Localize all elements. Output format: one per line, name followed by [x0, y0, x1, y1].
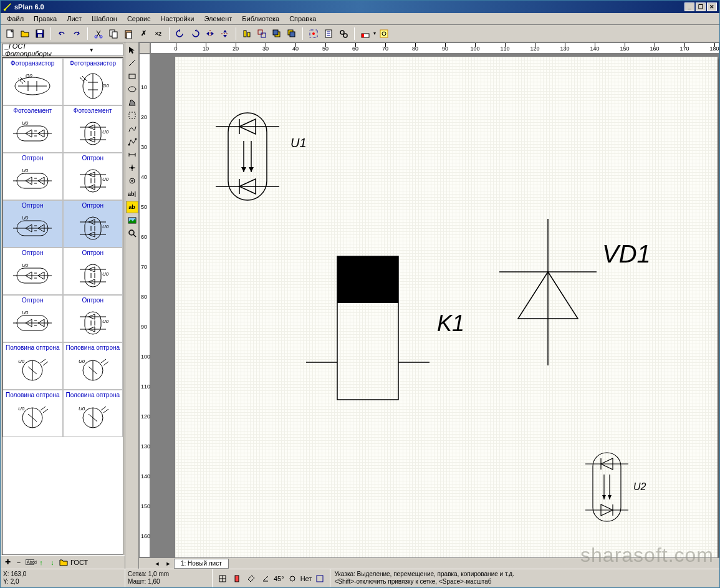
library-item[interactable]: ОптронU0	[63, 200, 123, 248]
snap-icon[interactable]	[307, 27, 320, 41]
library-item-label: Половина оптрона	[6, 344, 60, 353]
menu-file[interactable]: Файл	[2, 14, 29, 24]
lib-up-icon[interactable]: ↑	[37, 559, 46, 566]
rubber-toggle-icon[interactable]	[245, 572, 257, 585]
library-item[interactable]: ОптронU0	[2, 153, 63, 200]
rect-tool-icon[interactable]	[126, 70, 138, 82]
menu-service[interactable]: Сервис	[122, 14, 156, 24]
library-item[interactable]: Половина оптронаU0	[2, 342, 63, 390]
search-icon[interactable]	[337, 27, 350, 41]
close-button[interactable]: ✕	[707, 2, 717, 11]
snap-mode-icon[interactable]	[286, 572, 299, 585]
lib-add-icon[interactable]: ✚	[3, 558, 12, 566]
to-back-icon[interactable]	[285, 27, 299, 41]
duplicate-icon[interactable]: ×2	[151, 27, 165, 41]
menu-sheet[interactable]: Лист	[62, 14, 87, 24]
info-icon[interactable]	[314, 572, 326, 585]
library-item[interactable]: ФотоэлементU0	[63, 105, 123, 153]
maximize-button[interactable]: ❐	[696, 2, 706, 11]
node-tool-icon[interactable]	[126, 161, 138, 174]
app-icon	[3, 2, 12, 11]
group-icon[interactable]	[255, 27, 269, 41]
library-item-label: Оптрон	[82, 202, 103, 211]
library-item[interactable]: ФотоэлементU0	[2, 105, 63, 153]
new-file-icon[interactable]	[3, 27, 17, 41]
library-category-select[interactable]: _ГОСТ Фотоприборы ▼	[2, 44, 123, 56]
save-file-icon[interactable]	[33, 27, 47, 41]
menu-element[interactable]: Элемент	[199, 14, 237, 24]
canvas-viewport[interactable]: U1 K1	[150, 54, 719, 557]
grid-toggle-icon[interactable]	[216, 572, 229, 585]
redo-icon[interactable]	[70, 27, 84, 41]
tab-prev-icon[interactable]: ◄	[151, 561, 163, 567]
zoom-tool-icon[interactable]	[126, 227, 138, 239]
junction-tool-icon[interactable]	[126, 175, 138, 187]
color-picker-icon[interactable]	[358, 27, 372, 41]
window-title: sPlan 6.0	[14, 3, 684, 11]
library-item[interactable]: ОптронU0	[2, 200, 63, 248]
copy-icon[interactable]	[107, 27, 120, 41]
textbox-tool-icon[interactable]: ab	[126, 201, 138, 213]
polyline-tool-icon[interactable]	[126, 135, 138, 148]
angle-icon[interactable]	[259, 572, 272, 585]
menu-template[interactable]: Шаблон	[87, 14, 122, 24]
library-item-label: Фотоэлемент	[74, 107, 112, 116]
delete-icon[interactable]: ✗	[137, 27, 150, 41]
svg-point-139	[290, 576, 295, 581]
library-item[interactable]: ОптронU0	[63, 248, 123, 295]
lib-folder-icon[interactable]	[59, 558, 68, 567]
text-tool-icon[interactable]: ab|	[126, 188, 138, 200]
lib-remove-icon[interactable]: −	[14, 559, 23, 566]
mirror-v-icon[interactable]	[218, 27, 232, 41]
rotate-right-icon[interactable]	[188, 27, 202, 41]
library-item-label: Оптрон	[22, 249, 43, 258]
menu-library[interactable]: Библиотека	[237, 14, 284, 24]
lib-name-icon[interactable]: Abcd	[26, 559, 34, 565]
open-file-icon[interactable]	[18, 27, 32, 41]
sheet-tabs: ◄ ► 1: Новый лист	[139, 557, 719, 569]
print-preview-icon[interactable]	[377, 27, 391, 41]
library-item-thumb: U0	[68, 211, 118, 246]
library-item-thumb: U0	[68, 400, 118, 435]
tab-next-icon[interactable]: ►	[163, 561, 174, 567]
align-icon[interactable]	[240, 27, 254, 41]
status-hint: Указка: Выделение, перемещение, правка, …	[330, 569, 719, 587]
component-u2-label: U2	[633, 481, 646, 492]
poly-fill-tool-icon[interactable]	[126, 96, 138, 108]
library-item[interactable]: ОптронU0	[2, 295, 63, 342]
lib-down-icon[interactable]: ↓	[48, 559, 57, 566]
undo-icon[interactable]	[55, 27, 69, 41]
library-item[interactable]: Половина оптронаU0	[63, 342, 123, 390]
rotate-left-icon[interactable]	[173, 27, 187, 41]
library-item[interactable]: ОптронU0	[2, 248, 63, 295]
library-panel: _ГОСТ Фотоприборы ▼ ФоторанзисторG0Фотот…	[1, 42, 125, 569]
library-item[interactable]: Половина оптронаU0	[63, 390, 123, 437]
line-tool-icon[interactable]	[126, 57, 138, 69]
cut-icon[interactable]	[92, 27, 105, 41]
bezier-tool-icon[interactable]	[126, 122, 138, 135]
library-item-thumb: U0	[68, 306, 118, 340]
snap-toggle-icon[interactable]	[231, 572, 243, 585]
svg-point-0	[4, 9, 6, 11]
pointer-tool-icon[interactable]	[126, 44, 138, 56]
menu-help[interactable]: Справка	[284, 14, 321, 24]
library-item[interactable]: ОптронU0	[63, 153, 123, 200]
library-item[interactable]: Половина оптронаU0	[2, 390, 63, 437]
library-item[interactable]: ОптронU0	[63, 295, 123, 342]
library-item[interactable]: ФототранзисторG0	[63, 58, 123, 105]
minimize-button[interactable]: _	[684, 2, 694, 11]
mirror-h-icon[interactable]	[203, 27, 217, 41]
dropdown-icon: ▼	[63, 47, 121, 53]
canvas-page[interactable]: U1 K1	[175, 57, 718, 557]
menu-settings[interactable]: Настройки	[156, 14, 199, 24]
library-item[interactable]: ФоторанзисторG0	[2, 58, 63, 105]
menu-edit[interactable]: Правка	[29, 14, 62, 24]
special-tool-icon[interactable]	[126, 109, 138, 122]
dimension-tool-icon[interactable]	[126, 148, 138, 161]
paste-icon[interactable]	[122, 27, 135, 41]
sheet-tab-1[interactable]: 1: Новый лист	[174, 559, 229, 569]
list-icon[interactable]	[322, 27, 335, 41]
to-front-icon[interactable]	[270, 27, 284, 41]
circle-tool-icon[interactable]	[126, 83, 138, 95]
image-tool-icon[interactable]	[126, 214, 138, 226]
